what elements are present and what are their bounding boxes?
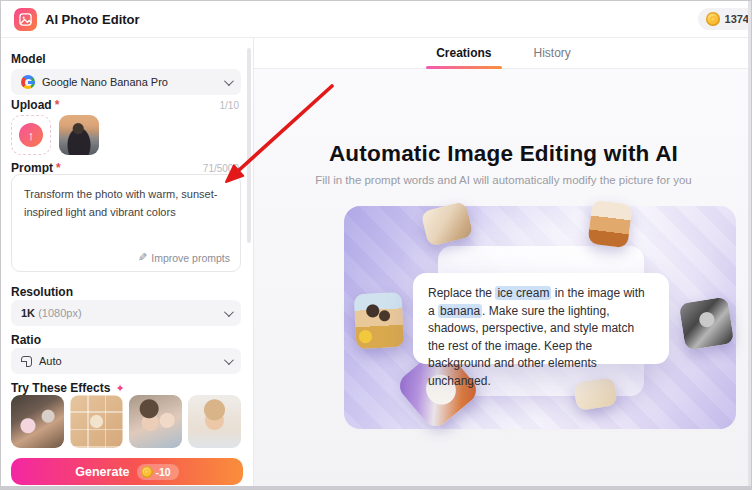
ratio-select-value: Auto [39,355,217,367]
effect-thumbnail-doll[interactable] [11,395,64,448]
example-prompt-card: Replace the ice cream in the image with … [413,273,669,364]
upload-button[interactable]: ↑ [11,115,51,155]
google-icon [21,75,35,89]
required-asterisk: * [56,161,61,175]
effects-label: Try These Effects [11,381,110,395]
ai-photo-editor-window: AI Photo Editor 1374 Model Google Nano B… [0,0,752,490]
uploaded-image-thumbnail[interactable] [59,115,99,155]
app-logo-icon [14,8,37,31]
resolution-select-value: 1K (1080px) [21,307,217,319]
app-header: AI Photo Editor 1374 [1,1,752,38]
resolution-label: Resolution [11,285,73,299]
required-asterisk: * [55,98,60,112]
prompt-label-row: Prompt* 71/5000 [11,161,239,175]
main-content: Creations History Automatic Image Editin… [254,38,752,490]
window-scrollbar-bottom[interactable] [1,486,751,489]
upload-label: Upload* [11,98,59,112]
demo-photo-couch [420,201,473,247]
model-label-row: Model [11,52,239,66]
page-title: Automatic Image Editing with AI [254,141,752,167]
sparkle-icon: ✦ [115,382,124,395]
upload-counter: 1/10 [220,100,239,111]
aspect-ratio-icon [21,356,32,367]
generate-cost-pill: -10 [137,464,179,480]
page-subtitle: Fill in the prompt words and AI will aut… [254,174,752,186]
resolution-select[interactable]: 1K (1080px) [11,300,241,326]
model-select[interactable]: Google Nano Banana Pro [11,69,241,95]
generate-cost: -10 [156,466,171,478]
example-prompt-text: Replace the ice cream in the image with … [428,285,654,390]
ratio-label-row: Ratio [11,333,239,347]
prompt-label: Prompt* [11,161,61,175]
demo-photo-soldier [679,296,735,350]
effect-thumbnail-cats[interactable] [70,395,123,448]
resolution-label-row: Resolution [11,285,239,299]
active-tab-indicator [426,66,501,69]
effect-thumbnail-father-baby[interactable] [129,395,182,448]
improve-prompts-button[interactable]: ✎ Improve prompts [138,251,230,264]
tab-bar: Creations History [254,38,752,69]
tab-history-label: History [534,46,571,60]
upload-icon: ↑ [19,123,43,147]
effects-label-row: Try These Effects ✦ [11,381,125,395]
generate-button[interactable]: Generate -10 [11,458,243,485]
credits-badge[interactable]: 1374 [698,8,752,30]
tab-creations[interactable]: Creations [432,38,495,69]
highlight-banana: banana [438,304,482,318]
demo-photo-couple [354,292,405,349]
pen-icon: ✎ [138,251,147,264]
improve-prompts-label: Improve prompts [151,252,230,264]
effects-grid [11,395,241,448]
tab-creations-label: Creations [436,46,491,60]
generate-label: Generate [75,465,129,479]
highlight-ice-cream: ice cream [495,286,551,300]
prompt-counter: 71/5000 [203,163,239,174]
settings-sidebar: Model Google Nano Banana Pro Upload* 1/1… [1,38,254,490]
coin-icon [706,12,720,26]
demo-showcase-card: Replace the ice cream in the image with … [344,206,736,429]
upload-label-row: Upload* 1/10 [11,98,239,112]
prompt-text[interactable]: Transform the photo with warm, sunset-in… [12,175,240,231]
chevron-down-icon [224,76,234,86]
ratio-select[interactable]: Auto [11,348,241,374]
effect-thumbnail-toddler[interactable] [188,395,241,448]
chevron-down-icon [224,307,234,317]
credits-count: 1374 [725,13,749,25]
tab-history[interactable]: History [530,38,575,69]
chevron-down-icon [224,355,234,365]
app-title: AI Photo Editor [45,12,140,27]
demo-photo-room [587,200,632,249]
sidebar-scrollbar[interactable] [247,48,251,243]
prompt-textarea[interactable]: Transform the photo with warm, sunset-in… [11,174,241,272]
window-scrollbar-right[interactable] [748,1,751,489]
ratio-label: Ratio [11,333,41,347]
coin-icon [141,466,153,478]
model-label: Model [11,52,46,66]
model-select-value: Google Nano Banana Pro [42,76,217,88]
